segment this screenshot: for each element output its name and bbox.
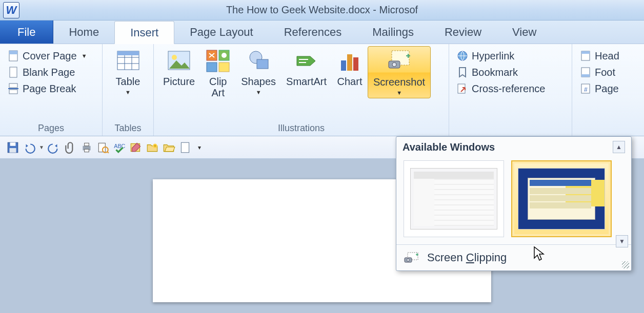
- svg-text:#: #: [584, 86, 588, 93]
- svg-rect-1: [9, 51, 17, 54]
- page-break-button[interactable]: Page Break: [4, 81, 79, 96]
- window-thumbnail-1[interactable]: [404, 160, 504, 237]
- chevron-down-icon: ▼: [396, 90, 402, 96]
- cover-page-label: Cover Page: [23, 50, 77, 62]
- tab-review[interactable]: Review: [429, 20, 497, 44]
- shapes-button[interactable]: Shapes ▼: [236, 46, 281, 97]
- bookmark-button[interactable]: Bookmark: [453, 65, 521, 80]
- svg-rect-3: [9, 84, 17, 88]
- undo-icon[interactable]: [23, 141, 36, 154]
- new-folder-icon[interactable]: [146, 141, 159, 154]
- picture-label: Picture: [163, 76, 195, 87]
- tab-page-layout[interactable]: Page Layout: [174, 20, 269, 44]
- spellcheck-icon[interactable]: ABC: [113, 141, 126, 154]
- cover-page-button[interactable]: Cover Page ▼: [4, 48, 90, 64]
- ribbon-tabs: File Home Insert Page Layout References …: [0, 20, 644, 44]
- hyperlink-button[interactable]: Hyperlink: [453, 48, 517, 64]
- chevron-down-icon[interactable]: ▼: [39, 144, 44, 150]
- smartart-button[interactable]: SmartArt: [281, 46, 332, 89]
- svg-rect-32: [10, 148, 16, 153]
- chevron-down-icon: ▼: [82, 53, 87, 59]
- title-bar: W The How to Geek Website.docx - Microso…: [0, 0, 644, 20]
- svg-rect-31: [10, 142, 16, 146]
- cover-page-icon: [7, 50, 19, 62]
- footer-label: Foot: [595, 67, 615, 78]
- footer-button[interactable]: Foot: [576, 65, 618, 80]
- svg-point-13: [222, 53, 227, 58]
- group-tables: Table ▼ Tables: [103, 44, 154, 136]
- group-illustrations: Picture ClipArt Shapes ▼ SmartArt: [154, 44, 449, 136]
- svg-point-21: [392, 62, 396, 67]
- cross-reference-label: Cross-reference: [472, 83, 545, 95]
- page-break-label: Page Break: [23, 83, 76, 95]
- svg-rect-12: [219, 62, 229, 72]
- header-button[interactable]: Head: [576, 48, 622, 64]
- chevron-down-icon: ▼: [125, 89, 131, 95]
- footer-icon: [579, 66, 592, 78]
- group-links-label: [453, 133, 568, 136]
- scroll-down-button[interactable]: ▼: [616, 235, 628, 247]
- blank-page-label: Blank Page: [23, 67, 75, 78]
- screen-clipping-label: Screen Clipping: [427, 251, 507, 264]
- tab-home[interactable]: Home: [53, 20, 114, 44]
- hyperlink-icon: [456, 50, 469, 62]
- qat-customize-icon[interactable]: ▾: [198, 144, 201, 151]
- edit-icon[interactable]: [129, 141, 143, 154]
- bookmark-label: Bookmark: [472, 67, 518, 78]
- shapes-icon: [246, 48, 271, 74]
- svg-rect-11: [207, 62, 217, 72]
- svg-text:ABC: ABC: [114, 143, 125, 149]
- svg-rect-41: [181, 142, 189, 153]
- group-pages-label: Pages: [4, 122, 98, 136]
- ribbon: Cover Page ▼ Blank Page Page Break Pages: [0, 44, 644, 136]
- svg-rect-15: [257, 59, 268, 69]
- hyperlink-label: Hyperlink: [472, 50, 514, 62]
- svg-rect-34: [85, 143, 89, 145]
- picture-icon: [166, 48, 192, 74]
- chart-button[interactable]: Chart: [332, 46, 368, 89]
- cross-reference-button[interactable]: Cross-reference: [453, 81, 548, 96]
- resize-grip[interactable]: [622, 261, 629, 268]
- page-break-icon: [7, 82, 19, 95]
- tab-references[interactable]: References: [269, 20, 357, 44]
- picture-button[interactable]: Picture: [158, 46, 200, 89]
- new-doc-icon[interactable]: [178, 141, 192, 154]
- svg-rect-16: [341, 60, 346, 71]
- screen-clipping-icon: [404, 252, 419, 264]
- scroll-up-button[interactable]: ▲: [613, 141, 625, 153]
- group-header-footer: Head Foot # Page: [572, 44, 639, 136]
- dropdown-title: Available Windows: [402, 141, 495, 153]
- open-folder-icon[interactable]: [162, 141, 175, 154]
- clip-art-button[interactable]: ClipArt: [200, 46, 236, 100]
- chevron-down-icon: ▼: [256, 89, 261, 95]
- svg-rect-6: [117, 51, 139, 55]
- table-button[interactable]: Table ▼: [110, 46, 146, 97]
- print-preview-icon[interactable]: [96, 141, 110, 154]
- window-thumbnail-2[interactable]: [511, 160, 612, 237]
- window-title: The How to Geek Website.docx - Microsof: [226, 4, 418, 16]
- redo-icon[interactable]: [47, 141, 61, 154]
- clip-art-label: ClipArt: [209, 76, 227, 98]
- group-pages: Cover Page ▼ Blank Page Page Break Pages: [0, 44, 103, 136]
- blank-page-button[interactable]: Blank Page: [4, 65, 78, 80]
- svg-rect-2: [10, 67, 17, 77]
- screen-clipping-item[interactable]: Screen Clipping: [396, 244, 631, 270]
- svg-rect-25: [581, 51, 590, 54]
- thumbnail-preview: [410, 168, 497, 229]
- attach-icon[interactable]: [64, 141, 77, 154]
- bookmark-icon: [456, 66, 469, 78]
- save-icon[interactable]: [6, 141, 19, 154]
- screenshot-button[interactable]: Screenshot ▼: [368, 46, 431, 98]
- chart-icon: [337, 48, 363, 74]
- tab-mailings[interactable]: Mailings: [357, 20, 429, 44]
- tab-view[interactable]: View: [497, 20, 552, 44]
- svg-rect-4: [9, 90, 17, 94]
- tab-insert[interactable]: Insert: [114, 21, 174, 44]
- tab-file[interactable]: File: [0, 20, 53, 44]
- page-number-button[interactable]: # Page: [576, 81, 622, 96]
- group-links: Hyperlink Bookmark Cross-reference: [449, 44, 572, 136]
- group-tables-label: Tables: [107, 122, 149, 136]
- group-illustrations-label: Illustrations: [158, 122, 445, 136]
- print-icon[interactable]: [80, 141, 93, 154]
- smartart-icon: [294, 48, 319, 74]
